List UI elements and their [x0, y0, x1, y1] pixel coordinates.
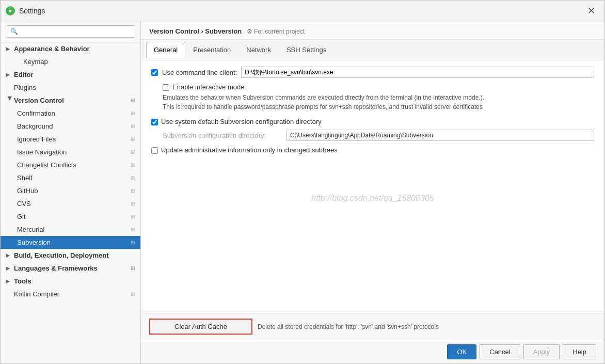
update-admin-label: Update administrative information only i…: [161, 146, 338, 154]
clear-auth-description: Delete all stored credentials for 'http'…: [258, 323, 596, 330]
update-admin-row: Update administrative information only i…: [151, 146, 594, 154]
sidebar-item-github[interactable]: GitHub ⊞: [1, 184, 140, 197]
copy-icon: ⊞: [129, 136, 136, 143]
sidebar-item-label: Background: [17, 122, 129, 130]
copy-icon: ⊞: [129, 97, 136, 104]
enable-interactive-row: Enable interactive mode: [163, 83, 594, 91]
config-dir-label: Subversion configuration directory:: [163, 132, 281, 139]
sidebar-item-label: GitHub: [17, 187, 129, 195]
sidebar-item-cvs[interactable]: CVS ⊞: [1, 197, 140, 210]
search-input[interactable]: [6, 25, 135, 38]
sidebar-item-label: Plugins: [14, 84, 136, 91]
sidebar-item-issue-navigation[interactable]: Issue Navigation ⊞: [1, 146, 140, 159]
update-admin-checkbox[interactable]: [151, 147, 158, 154]
copy-icon: ⊞: [129, 291, 136, 298]
sidebar-item-subversion[interactable]: Subversion ⊞: [1, 236, 140, 249]
ok-button[interactable]: OK: [447, 344, 476, 359]
copy-icon: ⊞: [129, 110, 136, 117]
use-command-line-label: Use command line client:: [162, 69, 237, 76]
enable-interactive-checkbox[interactable]: [163, 84, 169, 91]
window-title: Settings: [19, 7, 583, 15]
tab-ssh-settings-label: SSH Settings: [286, 46, 326, 54]
copy-icon: ⊞: [129, 187, 136, 195]
arrow-icon: ▶: [6, 72, 14, 77]
sidebar-item-mercurial[interactable]: Mercurial ⊞: [1, 223, 140, 236]
copy-icon: ⊞: [129, 162, 136, 169]
sidebar-item-keymap[interactable]: Keymap: [1, 55, 140, 68]
tab-content-general: Use command line client: Enable interact…: [141, 58, 604, 313]
sidebar-item-background[interactable]: Background ⊞: [1, 120, 140, 133]
sidebar-item-label: Keymap: [23, 58, 136, 66]
sidebar-item-tools[interactable]: ▶ Tools: [1, 275, 140, 288]
tab-presentation[interactable]: Presentation: [185, 42, 238, 58]
tab-general-label: General: [154, 46, 178, 54]
sidebar-item-label: Changelist Conflicts: [17, 161, 129, 169]
tab-general[interactable]: General: [146, 42, 185, 58]
sidebar-item-label: Issue Navigation: [17, 148, 129, 156]
sidebar-item-label: Build, Execution, Deployment: [14, 251, 136, 259]
sidebar-item-version-control[interactable]: ▶ Version Control ⊞: [1, 94, 140, 107]
sidebar-item-changelist-conflicts[interactable]: Changelist Conflicts ⊞: [1, 159, 140, 171]
sidebar-item-kotlin[interactable]: Kotlin Compiler ⊞: [1, 288, 140, 300]
sidebar: ▶ Appearance & Behavior Keymap ▶ Editor …: [1, 21, 141, 363]
tab-bar: General Presentation Network SSH Setting…: [141, 40, 604, 58]
settings-window: ● Settings ✕ ▶ Appearance & Behavior Key…: [0, 0, 605, 364]
arrow-icon: ▶: [6, 46, 14, 52]
sidebar-item-label: CVS: [17, 200, 129, 208]
sidebar-item-label: Confirmation: [17, 109, 129, 117]
sidebar-item-appearance[interactable]: ▶ Appearance & Behavior: [1, 42, 140, 55]
main-content: ▶ Appearance & Behavior Keymap ▶ Editor …: [1, 21, 604, 363]
tab-ssh-settings[interactable]: SSH Settings: [279, 42, 334, 58]
sidebar-tree: ▶ Appearance & Behavior Keymap ▶ Editor …: [1, 42, 140, 363]
close-button[interactable]: ✕: [583, 3, 599, 19]
cancel-button[interactable]: Cancel: [480, 344, 520, 359]
dialog-buttons: OK Cancel Apply Help: [141, 340, 604, 363]
breadcrumb-path: Version Control › Subversion: [149, 27, 242, 35]
enable-interactive-label: Enable interactive mode: [172, 83, 244, 91]
breadcrumb: Version Control › Subversion ⚙ For curre…: [141, 21, 604, 40]
project-note: ⚙ For current project: [247, 28, 305, 35]
sidebar-item-ignored-files[interactable]: Ignored Files ⊞: [1, 133, 140, 146]
clear-auth-cache-button[interactable]: Clear Auth Cache: [149, 319, 252, 335]
sidebar-item-label: Mercurial: [17, 226, 129, 233]
tab-network[interactable]: Network: [238, 42, 279, 58]
interactive-description: Emulates the behavior when Subversion co…: [163, 93, 594, 112]
command-line-row: Use command line client:: [151, 67, 594, 78]
use-command-line-checkbox[interactable]: [151, 69, 158, 76]
sidebar-item-label: Shelf: [17, 174, 129, 182]
arrow-icon: ▶: [6, 252, 14, 258]
arrow-icon: ▶: [6, 265, 14, 271]
copy-icon: ⊞: [129, 200, 136, 208]
config-dir-row: Subversion configuration directory:: [163, 130, 594, 141]
sidebar-item-label: Version Control: [14, 97, 129, 104]
command-line-path-input[interactable]: [241, 67, 594, 78]
sidebar-item-label: Languages & Frameworks: [14, 264, 129, 272]
tab-presentation-label: Presentation: [193, 46, 231, 54]
use-system-default-checkbox[interactable]: [151, 119, 158, 125]
copy-icon: ⊞: [129, 149, 136, 156]
sidebar-item-build[interactable]: ▶ Build, Execution, Deployment: [1, 249, 140, 262]
sidebar-item-languages[interactable]: ▶ Languages & Frameworks ⊞: [1, 262, 140, 275]
copy-icon: ⊞: [129, 226, 136, 233]
sidebar-item-label: Git: [17, 213, 129, 220]
copy-icon: ⊞: [129, 239, 136, 246]
sidebar-item-shelf[interactable]: Shelf ⊞: [1, 171, 140, 184]
search-box: [1, 21, 140, 42]
title-bar: ● Settings ✕: [1, 1, 604, 21]
sidebar-item-label: Subversion: [17, 239, 129, 246]
help-button[interactable]: Help: [563, 344, 596, 359]
use-system-default-label: Use system default Subversion configurat…: [161, 118, 322, 125]
config-dir-input[interactable]: [286, 130, 594, 141]
arrow-icon: ▶: [6, 278, 14, 284]
apply-button[interactable]: Apply: [523, 344, 560, 359]
sidebar-item-plugins[interactable]: Plugins: [1, 81, 140, 94]
sidebar-item-editor[interactable]: ▶ Editor: [1, 68, 140, 81]
tab-network-label: Network: [246, 46, 271, 54]
sidebar-item-confirmation[interactable]: Confirmation ⊞: [1, 107, 140, 120]
sidebar-item-git[interactable]: Git ⊞: [1, 210, 140, 223]
sidebar-item-label: Kotlin Compiler: [14, 290, 129, 298]
watermark: http://blog.csdn.net/qq_15800305: [311, 194, 434, 203]
copy-icon: ⊞: [129, 123, 136, 130]
copy-icon: ⊞: [129, 265, 136, 272]
sidebar-item-label: Appearance & Behavior: [14, 45, 136, 53]
